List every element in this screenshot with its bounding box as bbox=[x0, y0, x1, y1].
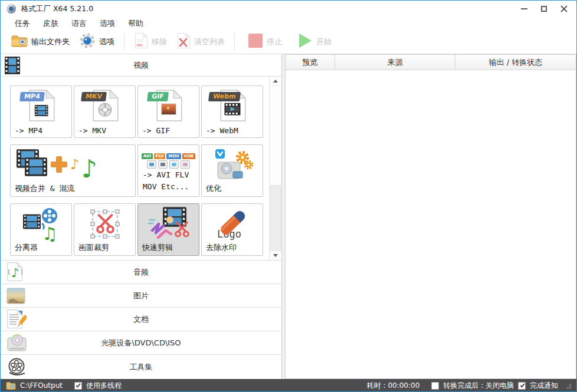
resize-grip[interactable] bbox=[565, 382, 572, 389]
tile-label: 优化 bbox=[206, 183, 221, 194]
menu-help[interactable]: 帮助 bbox=[122, 18, 150, 29]
section-video[interactable]: 视频 bbox=[1, 54, 281, 77]
notify-label: 完成通知 bbox=[530, 381, 558, 391]
file-table-header: 预览 来源 输出 / 转换状态 bbox=[286, 55, 576, 70]
document-pencil-icon bbox=[6, 309, 27, 330]
remove-label: 移除 bbox=[152, 37, 167, 47]
scroll-down-button[interactable] bbox=[270, 251, 281, 260]
tile-to-gif[interactable]: GIF -> GIF bbox=[137, 85, 199, 138]
eraser-icon bbox=[202, 205, 263, 242]
mkv-format-badge: MKV bbox=[81, 92, 107, 101]
stop-label: 停止 bbox=[267, 37, 282, 47]
tile-label: -> AVI FLV MOV Etc... bbox=[143, 169, 189, 193]
tiles-scrollbar[interactable] bbox=[269, 77, 281, 260]
close-button[interactable] bbox=[555, 2, 573, 15]
tile-label: -> WebM bbox=[206, 126, 238, 135]
section-audio-label: 音频 bbox=[1, 267, 281, 278]
optimize-icon bbox=[202, 148, 263, 183]
avi-format-icons bbox=[138, 160, 199, 169]
app-window: 格式工厂 X64 5.21.0 任务 皮肤 语言 选项 帮助 输出文件夹 bbox=[0, 0, 577, 392]
output-path[interactable]: C:\FFOutput bbox=[20, 381, 63, 390]
gif-format-badge: GIF bbox=[147, 92, 169, 101]
section-document[interactable]: 文档 bbox=[1, 307, 281, 331]
toolbar-separator bbox=[124, 33, 124, 51]
column-source[interactable]: 来源 bbox=[335, 55, 455, 70]
menu-options[interactable]: 选项 bbox=[93, 18, 122, 29]
stop-icon bbox=[248, 33, 263, 50]
video-merge-icon: ♪ ♪ bbox=[11, 148, 135, 182]
column-output-status[interactable]: 输出 / 转换状态 bbox=[455, 55, 576, 70]
svg-text:♪: ♪ bbox=[11, 266, 19, 280]
output-folder-button[interactable]: 输出文件夹 bbox=[6, 32, 74, 51]
tile-label: -> MP4 bbox=[15, 126, 42, 135]
splitter-icon: ♫ bbox=[11, 207, 71, 242]
section-toolset-label: 工具集 bbox=[1, 362, 281, 373]
output-folder-label: 输出文件夹 bbox=[31, 37, 70, 47]
section-toolset[interactable]: 工具集 bbox=[1, 354, 281, 379]
scroll-up-button[interactable] bbox=[270, 77, 281, 86]
tile-label: 分离器 bbox=[15, 242, 38, 253]
video-filmstrip-icon bbox=[5, 57, 20, 74]
webm-format-badge: Webm bbox=[208, 92, 241, 101]
section-document-label: 文档 bbox=[1, 314, 281, 325]
remove-document-icon bbox=[134, 33, 148, 50]
tile-to-webm[interactable]: Webm -> WebM bbox=[201, 85, 263, 138]
minimize-button[interactable] bbox=[515, 2, 533, 15]
film-reel-icon bbox=[6, 357, 27, 377]
tile-remove-watermark[interactable]: Logo 去除水印 bbox=[201, 203, 263, 256]
tile-to-avi-flv-mov[interactable]: AVI FLV MOV VOB -> AVI FLV MOV Etc... bbox=[137, 144, 199, 197]
shutdown-checkbox[interactable] bbox=[431, 382, 439, 390]
maximize-button[interactable] bbox=[535, 2, 553, 15]
picture-icon bbox=[6, 287, 25, 305]
svg-text:♪: ♪ bbox=[81, 154, 97, 182]
tile-splitter[interactable]: ♫ 分离器 bbox=[10, 203, 72, 256]
section-picture[interactable]: 图片 bbox=[1, 284, 281, 307]
menu-skin[interactable]: 皮肤 bbox=[37, 18, 65, 29]
tile-label: -> MKV bbox=[78, 126, 106, 135]
status-bar: C:\FFOutput 使用多线程 耗时 : 00:00:00 转换完成后 : … bbox=[1, 379, 576, 391]
tile-crop[interactable]: 画面裁剪 bbox=[74, 203, 136, 256]
options-button[interactable]: 选项 bbox=[74, 31, 119, 52]
clear-list-label: 清空列表 bbox=[194, 37, 225, 47]
triangle-up-icon bbox=[273, 80, 278, 83]
svg-text:♪: ♪ bbox=[70, 156, 79, 173]
clear-list-button[interactable]: 清空列表 bbox=[172, 31, 230, 52]
tile-label: -> GIF bbox=[142, 126, 170, 135]
file-list-body[interactable] bbox=[286, 70, 576, 378]
menu-tasks[interactable]: 任务 bbox=[8, 18, 37, 29]
menu-language[interactable]: 语言 bbox=[65, 18, 93, 29]
elapsed-time: 耗时 : 00:00:00 bbox=[367, 381, 420, 391]
multithread-checkbox[interactable] bbox=[74, 382, 82, 390]
video-tiles-area: MP4 -> MP4 MKV -> bbox=[1, 77, 281, 260]
tile-label: 视频合并 & 混流 bbox=[15, 183, 74, 194]
notify-checkbox[interactable] bbox=[518, 382, 526, 390]
section-video-label: 视频 bbox=[1, 60, 281, 71]
stop-button[interactable]: 停止 bbox=[243, 31, 287, 52]
scrollbar-thumb[interactable] bbox=[270, 185, 281, 251]
toolbar: 输出文件夹 选项 移除 bbox=[1, 29, 576, 54]
remove-button[interactable]: 移除 bbox=[129, 31, 172, 52]
section-rom-device[interactable]: 光驱设备\DVD\CD\ISO bbox=[1, 331, 281, 354]
start-label: 开始 bbox=[316, 37, 332, 47]
column-preview[interactable]: 预览 bbox=[286, 55, 335, 70]
audio-note-icon: ♪ bbox=[6, 262, 24, 282]
app-icon bbox=[6, 4, 16, 14]
avi-format-badges: AVI FLV MOV VOB bbox=[138, 153, 199, 159]
clear-list-icon bbox=[176, 33, 191, 50]
tile-to-mkv[interactable]: MKV -> MKV bbox=[74, 85, 136, 138]
window-title: 格式工厂 X64 5.21.0 bbox=[21, 4, 93, 14]
crop-icon bbox=[74, 207, 135, 242]
svg-text:♫: ♫ bbox=[42, 223, 58, 242]
tile-optimize[interactable]: 优化 bbox=[201, 144, 263, 197]
multithread-label: 使用多线程 bbox=[86, 381, 122, 391]
cd-drive-icon bbox=[6, 334, 28, 353]
tile-quick-clip[interactable]: 快速剪辑 bbox=[137, 203, 199, 256]
check-icon bbox=[76, 383, 81, 388]
title-bar: 格式工厂 X64 5.21.0 bbox=[1, 1, 576, 17]
triangle-down-icon bbox=[273, 254, 278, 257]
tile-to-mp4[interactable]: MP4 -> MP4 bbox=[10, 85, 72, 138]
start-button[interactable]: 开始 bbox=[293, 31, 336, 52]
section-audio[interactable]: ♪ 音频 bbox=[1, 260, 281, 284]
tile-video-merge-mux[interactable]: ♪ ♪ 视频合并 & 混流 bbox=[10, 144, 136, 197]
tile-label: 画面裁剪 bbox=[78, 242, 109, 253]
